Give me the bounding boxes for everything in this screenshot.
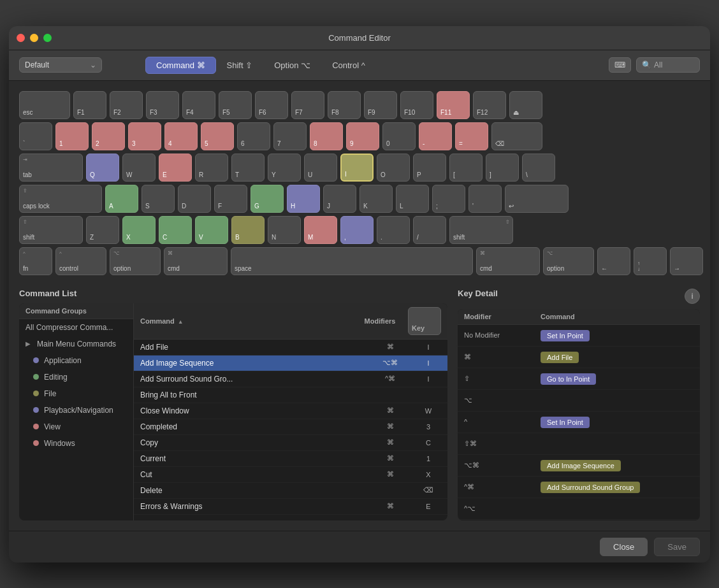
key-period[interactable]: .: [377, 216, 410, 244]
key-option-left[interactable]: ⌥ option: [110, 247, 161, 275]
key-shift-left[interactable]: ⇧ shift: [19, 216, 83, 244]
group-view[interactable]: View: [19, 419, 133, 435]
key-space[interactable]: space: [231, 247, 473, 275]
key-z[interactable]: Z: [86, 216, 119, 244]
key-quote[interactable]: ': [468, 185, 502, 213]
key-cmd-left[interactable]: ⌘ cmd: [164, 247, 228, 275]
key-f12[interactable]: F12: [473, 91, 506, 119]
key-4[interactable]: 4: [164, 122, 198, 150]
fullscreen-button[interactable]: [43, 34, 52, 42]
key-y[interactable]: Y: [268, 154, 301, 182]
key-backtick[interactable]: `: [19, 122, 52, 150]
cmd-copy[interactable]: Copy ⌘ C: [134, 435, 447, 451]
key-shift-right[interactable]: ⇧ shift: [449, 216, 513, 244]
close-button-footer[interactable]: Close: [600, 538, 648, 556]
key-f1[interactable]: F1: [73, 91, 106, 119]
set-in-point-badge-2[interactable]: Set In Point: [541, 417, 590, 428]
key-b[interactable]: B: [231, 216, 265, 244]
tab-option[interactable]: Option ⌥: [263, 57, 321, 74]
cmd-errors[interactable]: Errors & Warnings ⌘ E: [134, 499, 447, 515]
key-1[interactable]: 1: [55, 122, 89, 150]
key-i[interactable]: I: [340, 154, 374, 182]
group-file[interactable]: File: [19, 385, 133, 402]
set-in-point-badge-1[interactable]: Set In Point: [541, 330, 590, 341]
cmd-add-file[interactable]: Add File ⌘ I: [134, 340, 447, 355]
key-f3[interactable]: F3: [146, 91, 179, 119]
key-slash[interactable]: /: [413, 216, 446, 244]
cmd-cut[interactable]: Cut ⌘ X: [134, 467, 447, 483]
key-minus[interactable]: -: [419, 122, 452, 150]
key-fn[interactable]: ^ fn: [19, 247, 52, 275]
group-main-menu[interactable]: ▶ Main Menu Commands: [19, 336, 133, 352]
key-x[interactable]: X: [122, 216, 156, 244]
key-p[interactable]: P: [413, 154, 446, 182]
info-button[interactable]: i: [685, 289, 700, 304]
key-l[interactable]: L: [396, 185, 429, 213]
tab-control[interactable]: Control ^: [321, 57, 376, 74]
preset-dropdown[interactable]: Default ⌄: [19, 57, 102, 73]
close-button[interactable]: [17, 34, 25, 42]
key-t[interactable]: T: [231, 154, 265, 182]
key-j[interactable]: J: [323, 185, 356, 213]
key-n[interactable]: N: [268, 216, 301, 244]
key-f6[interactable]: F6: [255, 91, 288, 119]
key-arrow-updown[interactable]: ↑↓: [634, 247, 667, 275]
key-option-right[interactable]: ⌥ option: [543, 247, 594, 275]
key-f9[interactable]: F9: [364, 91, 397, 119]
group-editing[interactable]: Editing: [19, 369, 133, 385]
key-equals[interactable]: =: [455, 122, 488, 150]
key-comma[interactable]: ,: [340, 216, 374, 244]
keyboard-icon-button[interactable]: ⌨: [609, 57, 631, 73]
save-button[interactable]: Save: [654, 538, 700, 556]
cmd-add-image-sequence[interactable]: Add Image Sequence ⌥⌘ I: [134, 355, 447, 371]
group-application[interactable]: Application: [19, 352, 133, 369]
minimize-button[interactable]: [30, 34, 38, 42]
key-g[interactable]: G: [251, 185, 284, 213]
key-arrow-left[interactable]: ←: [597, 247, 630, 275]
cmd-add-surround[interactable]: Add Surround Sound Gro... ^⌘ I: [134, 371, 447, 387]
key-f7[interactable]: F7: [291, 91, 324, 119]
key-3[interactable]: 3: [128, 122, 161, 150]
go-to-in-point-badge[interactable]: Go to In Point: [541, 373, 596, 385]
key-u[interactable]: U: [304, 154, 337, 182]
key-h[interactable]: H: [287, 185, 320, 213]
key-backslash[interactable]: \: [522, 154, 555, 182]
key-delete[interactable]: ⌫: [491, 122, 542, 150]
key-eject[interactable]: ⏏: [509, 91, 542, 119]
key-w[interactable]: W: [122, 154, 156, 182]
key-q[interactable]: Q: [86, 154, 119, 182]
cmd-current[interactable]: Current ⌘ 1: [134, 451, 447, 467]
tab-command[interactable]: Command ⌘: [145, 57, 216, 74]
key-e[interactable]: E: [159, 154, 192, 182]
key-tab[interactable]: ⇥ tab: [19, 154, 83, 182]
key-8[interactable]: 8: [310, 122, 343, 150]
key-f4[interactable]: F4: [182, 91, 215, 119]
key-return[interactable]: ↩: [505, 185, 569, 213]
key-f2[interactable]: F2: [110, 91, 143, 119]
key-f11[interactable]: F11: [437, 91, 470, 119]
key-f8[interactable]: F8: [328, 91, 361, 119]
key-6[interactable]: 6: [237, 122, 270, 150]
group-windows[interactable]: Windows: [19, 435, 133, 452]
key-arrow-right[interactable]: →: [670, 247, 703, 275]
add-file-badge[interactable]: Add File: [541, 352, 579, 363]
group-playback[interactable]: Playback/Navigation: [19, 402, 133, 419]
key-f[interactable]: F: [214, 185, 247, 213]
key-lbracket[interactable]: [: [449, 154, 483, 182]
key-a[interactable]: A: [105, 185, 138, 213]
key-esc[interactable]: esc: [19, 91, 70, 119]
key-o[interactable]: O: [377, 154, 410, 182]
key-k[interactable]: K: [360, 185, 393, 213]
cmd-bring-all[interactable]: Bring All to Front: [134, 387, 447, 403]
key-v[interactable]: V: [195, 216, 228, 244]
key-semicolon[interactable]: ;: [432, 185, 465, 213]
key-0[interactable]: 0: [382, 122, 416, 150]
key-9[interactable]: 9: [346, 122, 379, 150]
search-box[interactable]: 🔍 All: [636, 57, 700, 73]
key-2[interactable]: 2: [92, 122, 125, 150]
key-rbracket[interactable]: ]: [486, 154, 519, 182]
key-cmd-right[interactable]: ⌘ cmd: [476, 247, 540, 275]
key-c[interactable]: C: [159, 216, 192, 244]
key-f10[interactable]: F10: [400, 91, 433, 119]
key-7[interactable]: 7: [273, 122, 307, 150]
